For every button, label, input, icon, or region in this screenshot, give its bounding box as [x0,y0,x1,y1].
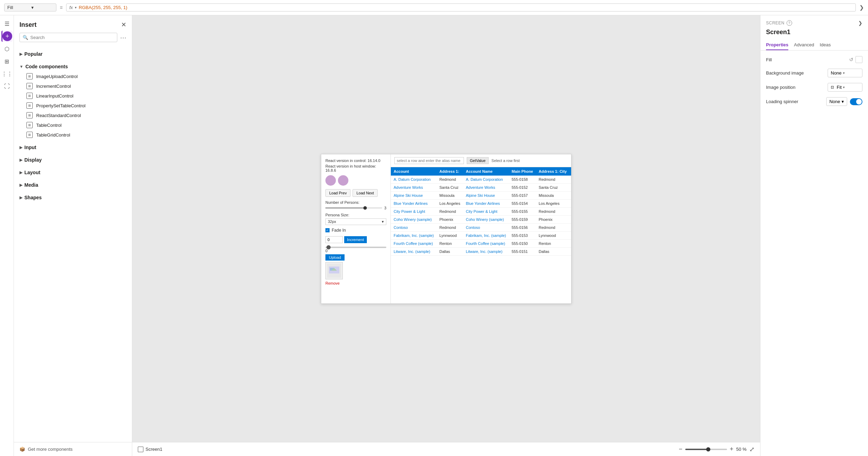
cell-primary [569,239,571,247]
sidebar-icon-grid[interactable]: ⊞ [1,56,13,67]
section-header-input[interactable]: ▶ Input [19,142,126,152]
section-label-shapes: Shapes [24,195,42,200]
top-bar-end-icon[interactable]: ❯ [859,4,864,11]
section-header-shapes[interactable]: ▶ Shapes [19,193,126,202]
zoom-minus-button[interactable]: − [679,446,682,453]
sidebar-icon-settings[interactable]: ⛶ [1,81,13,92]
remove-button[interactable]: Remove [325,281,340,285]
dropdown-chevron: ▾ [842,99,844,104]
section-header-display[interactable]: ▶ Display [19,155,126,165]
zoom-plus-button[interactable]: + [730,446,734,453]
component-image-upload[interactable]: ⊞ ImageUploadControl [25,71,126,81]
insert-close-button[interactable]: ✕ [121,21,126,29]
get-value-button[interactable]: GetValue [467,157,489,164]
loading-spinner-dropdown[interactable]: None ▾ [826,97,847,106]
tab-advanced[interactable]: Advanced [794,40,814,50]
table-row[interactable]: Contoso Redmond Contoso 555-0156 Redmond [391,223,571,231]
cell-phone: 555-0155 [509,207,536,215]
table-row[interactable]: Blue Yonder Airlines Los Angeles Blue Yo… [391,199,571,207]
cell-primary [569,199,571,207]
slider-track[interactable] [325,208,382,208]
properties-panel: SCREEN ? ❯ Screen1 Properties Advanced I… [760,15,868,456]
component-property-set[interactable]: ⊞ PropertySetTableControl [25,101,126,110]
panel-header: SCREEN ? ❯ [760,15,868,29]
load-next-button[interactable]: Load Next [353,189,378,197]
section-header-media[interactable]: ▶ Media [19,180,126,190]
fill-dropdown[interactable]: Fill ▾ [4,3,56,11]
cell-address: Redmond [437,176,463,184]
increment-button[interactable]: Increment [344,236,367,243]
table-body: A. Datum Corporation Redmond A. Datum Co… [391,176,571,256]
table-container[interactable]: Account Address 1: Account Name Main Pho… [391,167,571,303]
table-row[interactable]: Fourth Coffee (sample) Renton Fourth Cof… [391,239,571,247]
cell-phone: 555-0151 [509,247,536,255]
col-account: Account [391,167,437,176]
tab-properties[interactable]: Properties [766,40,788,50]
linear-track[interactable] [325,247,386,248]
screen-label: Screen1 [145,447,162,452]
component-linear-input[interactable]: ⊞ LinearInputControl [25,91,126,101]
table-row[interactable]: A. Datum Corporation Redmond A. Datum Co… [391,176,571,184]
help-icon[interactable]: ? [787,20,792,26]
background-image-dropdown[interactable]: None ▾ [828,69,862,77]
sidebar-icon-layers[interactable]: ⬡ [1,43,13,54]
more-options-icon[interactable]: ⋯ [120,34,126,41]
section-header-code[interactable]: ▼ Code components [19,62,126,71]
increment-input[interactable] [325,236,343,243]
table-row[interactable]: Adventure Works Santa Cruz Adventure Wor… [391,183,571,191]
expand-button[interactable]: ⤢ [749,446,755,453]
cell-account-name: Alpine Ski House [463,191,509,199]
component-icon: ⊞ [26,132,33,138]
table-row[interactable]: Coho Winery (sample) Phoenix Coho Winery… [391,215,571,223]
cell-phone: 555-0152 [509,183,536,191]
fx-label: fx [69,5,73,10]
formula-bar[interactable]: fx ▾ RGBA(255, 255, 255, 1) [66,3,856,11]
sidebar-icon-active[interactable]: + [1,31,13,42]
fill-swatch[interactable] [855,56,862,63]
loading-toggle[interactable] [850,98,862,105]
cell-account: Contoso [391,223,437,231]
table-row[interactable]: City Power & Light Redmond City Power & … [391,207,571,215]
canvas-area: React version in control: 16.14.0 React … [132,15,760,456]
cell-city: Renton [536,239,570,247]
get-more-footer[interactable]: 📦 Get more components [14,442,132,456]
cell-primary [569,191,571,199]
cell-city: Redmond [536,223,570,231]
zoom-slider[interactable] [685,449,727,450]
cell-primary [569,215,571,223]
section-header-layout[interactable]: ▶ Layout [19,168,126,177]
component-react-standard[interactable]: ⊞ ReactStandardControl [25,110,126,120]
cell-address: Renton [437,239,463,247]
zoom-slider-thumb[interactable] [706,447,710,451]
slider-thumb[interactable] [363,206,367,210]
sidebar-icon-data[interactable]: ⋮⋮ [1,68,13,79]
formula-icon[interactable]: ↺ [849,57,853,62]
image-position-dropdown[interactable]: ⊡ Fit ▾ [828,83,862,92]
linear-thumb[interactable] [326,245,331,249]
panel-chevron-right[interactable]: ❯ [858,20,862,26]
linear-slider: 0 [325,247,386,253]
component-increment[interactable]: ⊞ IncrementControl [25,81,126,91]
fade-in-checkbox[interactable]: ✓ [325,228,330,232]
component-table[interactable]: ⊞ TableControl [25,120,126,130]
load-prev-button[interactable]: Load Prev [325,189,350,197]
component-label-image-upload: ImageUploadControl [36,74,78,79]
search-input[interactable] [30,35,114,40]
section-header-popular[interactable]: ▶ Popular [19,49,126,59]
alias-input[interactable] [394,157,464,164]
persona-size-dropdown[interactable]: 32px ▾ [325,218,386,225]
table-row[interactable]: Fabrikam, Inc. (sample) Lynnwood Fabrika… [391,231,571,239]
table-row[interactable]: Litware, Inc. (sample) Dallas Litware, I… [391,247,571,255]
section-input: ▶ Input [14,141,132,154]
props-body: Fill ↺ Background image None ▾ Image pos… [760,51,868,117]
cell-account-name: Contoso [463,223,509,231]
component-table-grid[interactable]: ⊞ TableGridControl [25,130,126,140]
table-row[interactable]: Alpine Ski House Missoula Alpine Ski Hou… [391,191,571,199]
tab-ideas[interactable]: Ideas [820,40,831,50]
background-image-row: Background image None ▾ [766,69,862,77]
search-box[interactable]: 🔍 [19,33,117,42]
sidebar-icon-add[interactable]: + [2,31,12,41]
upload-button[interactable]: Upload [325,254,345,261]
component-icon: ⊞ [26,102,33,109]
sidebar-icon-menu[interactable]: ☰ [1,18,13,29]
